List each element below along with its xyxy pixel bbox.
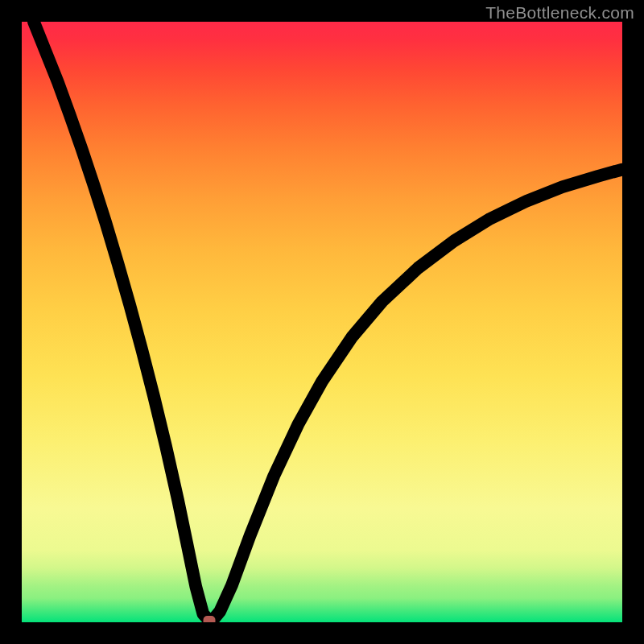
plot-area — [22, 22, 622, 622]
watermark-label: TheBottleneck.com — [485, 3, 634, 23]
optimal-point-marker — [203, 616, 215, 622]
chart-frame: TheBottleneck.com — [0, 0, 644, 644]
bottleneck-curve — [22, 22, 622, 622]
